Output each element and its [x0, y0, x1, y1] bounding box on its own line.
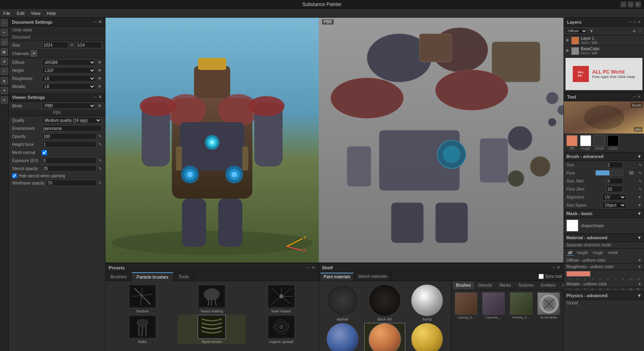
- opacity-edit-icon[interactable]: ✎: [98, 134, 102, 139]
- doc-settings-minimize[interactable]: ─: [93, 19, 97, 25]
- diff-swatch[interactable]: [566, 135, 578, 146]
- tool-minimize[interactable]: ─: [633, 94, 636, 99]
- shelf-tab-textures[interactable]: Textures: [515, 281, 537, 289]
- presets-close[interactable]: ✕: [312, 265, 315, 270]
- viewer-settings-close[interactable]: ✕: [98, 94, 102, 100]
- viewer-settings-minimize[interactable]: ─: [93, 94, 97, 100]
- size-input2[interactable]: [75, 42, 102, 48]
- size-space-select[interactable]: Object: [602, 202, 626, 208]
- wireframe-edit-icon[interactable]: ✎: [98, 181, 102, 186]
- menu-view[interactable]: View: [31, 11, 41, 16]
- brush-collapse-button[interactable]: ▼: [637, 154, 642, 159]
- metal-swatch[interactable]: [594, 135, 605, 146]
- metallic-type-select[interactable]: L8: [42, 83, 96, 90]
- blend-mode-select[interactable]: Diffuse: [566, 28, 588, 34]
- environment-input[interactable]: [42, 125, 102, 131]
- shelf-close[interactable]: ✕: [557, 265, 560, 270]
- exposure-edit-icon[interactable]: ✎: [98, 158, 102, 163]
- layer-options-icon[interactable]: ⋮: [638, 28, 642, 34]
- tool-select[interactable]: ◈: [1, 77, 8, 84]
- ch-tab-dif[interactable]: dif: [566, 250, 574, 256]
- physics-collapse-button[interactable]: ▼: [637, 293, 642, 298]
- size-prop-input[interactable]: [607, 162, 623, 168]
- roughness-type-select[interactable]: L8: [42, 75, 96, 82]
- rough-swatch[interactable]: [580, 135, 591, 146]
- add-layer-icon[interactable]: +: [633, 28, 636, 34]
- layer-row[interactable]: 👁 BaseColor Norm 100: [564, 46, 644, 56]
- list-item[interactable]: black dirt: [364, 284, 405, 321]
- menu-edit[interactable]: Edit: [17, 11, 25, 16]
- material-collapse-button[interactable]: ▼: [637, 235, 642, 240]
- add-channel-button[interactable]: +: [31, 50, 37, 57]
- tab-brushes[interactable]: Brushes: [105, 272, 132, 281]
- list-item[interactable]: cobalt: [322, 323, 363, 351]
- shelf-tab-masks[interactable]: Masks: [496, 281, 514, 289]
- tool-clone[interactable]: ⊕: [1, 58, 8, 65]
- list-item[interactable]: heavy leaking: [178, 284, 246, 313]
- layers-minimize[interactable]: ─: [629, 20, 632, 24]
- tool-close[interactable]: ✕: [638, 94, 641, 99]
- viewport-uv[interactable]: PBR Animation time: 16.333: [319, 18, 564, 263]
- ch-tab-metal[interactable]: metal: [606, 250, 619, 256]
- minimize-button[interactable]: ─: [621, 2, 626, 7]
- tool-fill[interactable]: ▣: [1, 48, 8, 55]
- layer-row[interactable]: 👁 Layer 1 Norm 100: [564, 35, 644, 46]
- tab-stencil-materials[interactable]: Stencil materials: [355, 273, 391, 281]
- flow-slider[interactable]: [595, 170, 623, 176]
- list-item[interactable]: laser impact: [248, 284, 315, 313]
- basecolor-visibility[interactable]: 👁: [566, 49, 570, 53]
- stencil-opacity-edit-icon[interactable]: ✎: [98, 166, 102, 171]
- list-item[interactable]: copper: [364, 323, 405, 351]
- mesh-normal-checkbox[interactable]: [42, 150, 47, 155]
- list-item[interactable]: Cyborg_G...: [454, 292, 479, 319]
- tab-paint-materials[interactable]: Paint materials: [320, 273, 354, 281]
- alignment-select[interactable]: UV: [602, 194, 626, 200]
- list-item[interactable]: fracture: [109, 284, 176, 313]
- tool-picker[interactable]: ✒: [1, 96, 8, 104]
- mode-select[interactable]: PBR: [42, 103, 96, 109]
- diffuse-collapse[interactable]: ▼: [638, 258, 642, 263]
- diffuse-type-select[interactable]: sRGB8: [42, 59, 96, 66]
- mask-collapse-button[interactable]: ▼: [637, 211, 642, 216]
- roughness-color-swatch[interactable]: [566, 271, 590, 277]
- layers-popout[interactable]: □: [634, 20, 636, 24]
- ch-tab-height[interactable]: height: [576, 250, 590, 256]
- layers-close[interactable]: ✕: [638, 20, 641, 24]
- list-item[interactable]: gold: [407, 323, 448, 351]
- shelf-tab-emitters[interactable]: Emitters: [537, 281, 559, 289]
- shelf-tab-brushes[interactable]: Brushes: [453, 281, 474, 289]
- quality-select[interactable]: Medium quality (16 spp): [42, 117, 102, 123]
- list-item[interactable]: liquid stream: [178, 315, 246, 344]
- stencil-opacity-input[interactable]: [42, 165, 97, 172]
- shelf-minimize[interactable]: ─: [552, 265, 555, 270]
- opacity-input[interactable]: [42, 133, 97, 140]
- flow-jitter-input[interactable]: [607, 186, 623, 192]
- list-item[interactable]: bump: [407, 284, 448, 321]
- list-item[interactable]: Factory_C...: [509, 292, 534, 319]
- flow-jitter-edit-icon[interactable]: ✎: [638, 187, 642, 191]
- hide-stencil-checkbox[interactable]: [12, 173, 17, 178]
- mask-shape-preview[interactable]: [566, 220, 578, 232]
- shelf-tab-stencils[interactable]: Stencils: [475, 281, 495, 289]
- list-item[interactable]: Cymurai_...: [481, 292, 506, 319]
- doc-settings-close[interactable]: ✕: [98, 19, 102, 25]
- metallic-collapse[interactable]: ▼: [638, 282, 642, 286]
- size-edit-icon[interactable]: ✎: [638, 163, 642, 167]
- size-jitter-edit-icon[interactable]: ✎: [638, 179, 642, 183]
- tab-tools[interactable]: Tools: [173, 272, 194, 281]
- tool-smudge[interactable]: ≈: [1, 68, 8, 75]
- exposure-input[interactable]: [42, 157, 97, 164]
- wireframe-input[interactable]: [46, 180, 97, 186]
- mask-swatch[interactable]: [607, 135, 619, 146]
- height-force-input[interactable]: [42, 141, 97, 148]
- list-item[interactable]: Screw Bolts: [536, 292, 561, 319]
- list-item[interactable]: organic spread: [248, 315, 315, 344]
- tool-move[interactable]: ↔: [1, 19, 8, 27]
- tool-eraser[interactable]: ◻: [1, 39, 8, 46]
- flow-edit-icon[interactable]: ✎: [638, 171, 642, 175]
- size-jitter-input[interactable]: [607, 178, 623, 184]
- presets-minimize[interactable]: ─: [307, 265, 310, 270]
- menu-help[interactable]: Help: [47, 11, 56, 16]
- tab-particle-brushes[interactable]: Particle brushes: [132, 272, 173, 281]
- close-button[interactable]: ✕: [635, 2, 641, 7]
